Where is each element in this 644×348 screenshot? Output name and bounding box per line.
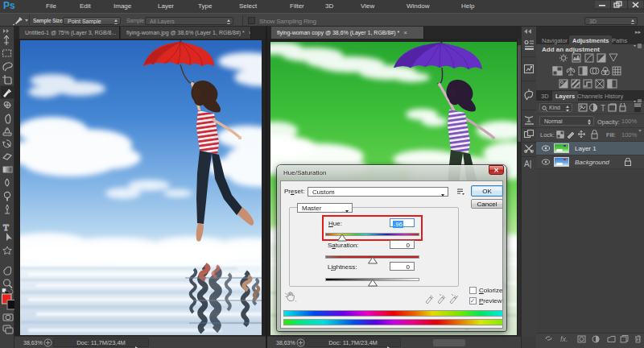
svg-text:T: T <box>601 104 605 113</box>
svg-text:fx.: fx. <box>560 335 568 343</box>
svg-text:A|: A| <box>524 160 531 168</box>
svg-text:T: T <box>3 222 9 232</box>
